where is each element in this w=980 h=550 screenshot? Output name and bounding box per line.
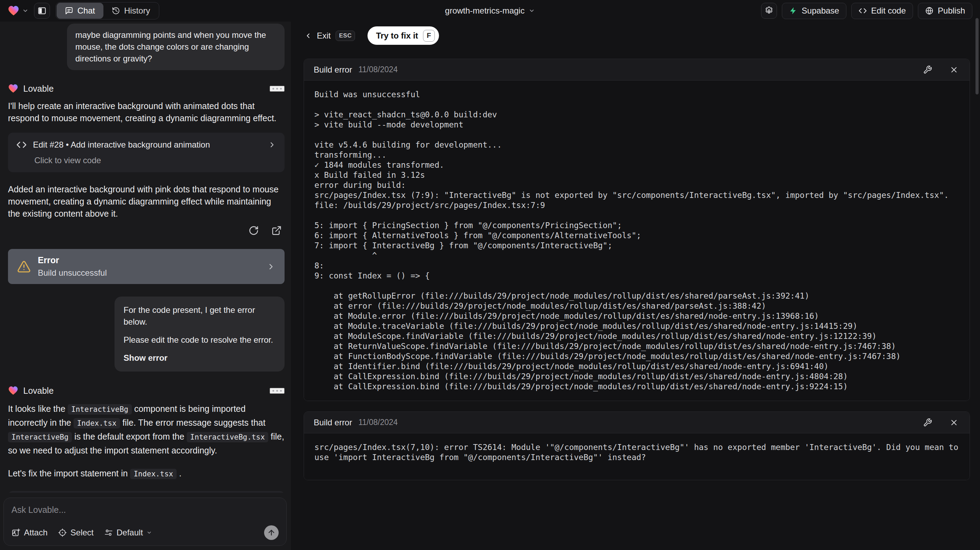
project-title: growth-metrics-magic: [445, 6, 524, 16]
user-message-text: maybe diagramming points and when you mo…: [75, 30, 266, 63]
assistant-header: Lovable: [8, 386, 285, 396]
sliders-icon: [104, 528, 113, 537]
edit-code-label: Edit code: [871, 6, 906, 16]
publish-button[interactable]: Publish: [918, 3, 972, 19]
publish-label: Publish: [938, 6, 965, 16]
text-segment: file. The error message suggests that: [120, 418, 266, 427]
heart-logo-icon: [8, 83, 18, 94]
globe-icon: [925, 6, 934, 15]
target-icon: [58, 528, 67, 537]
text-segment: It looks like the: [8, 404, 68, 413]
show-error-link[interactable]: Show error: [124, 352, 275, 364]
top-bar: Chat History growth-metrics-magic Supaba…: [0, 0, 980, 22]
close-icon: [950, 418, 958, 427]
user-message-text: For the code present, I get the error be…: [124, 304, 275, 328]
panel-title: Build error: [314, 65, 352, 75]
fix-error-button[interactable]: [922, 64, 934, 76]
composer-input[interactable]: [11, 505, 278, 515]
settings-button[interactable]: [761, 3, 777, 19]
exit-label: Exit: [317, 31, 331, 41]
attach-label: Attach: [24, 528, 48, 537]
scrollbar-thumb[interactable]: [975, 18, 978, 94]
assistant-name: Lovable: [23, 84, 54, 94]
heart-logo-icon: [8, 5, 19, 17]
wrench-icon: [923, 418, 932, 427]
heart-logo-icon: [8, 386, 18, 396]
inline-code: InteractiveBg: [8, 432, 72, 442]
text-segment: .: [177, 469, 181, 478]
inline-code: InteractiveBg: [68, 404, 132, 414]
assistant-name: Lovable: [23, 386, 54, 396]
build-error-card[interactable]: Error Build unsuccessful: [8, 249, 285, 284]
chat-history-tab-group: Chat History: [56, 2, 159, 19]
lovable-logo[interactable]: [8, 5, 29, 17]
mode-label: Default: [116, 528, 143, 537]
open-preview-button[interactable]: [270, 224, 283, 237]
history-icon: [112, 6, 120, 15]
try-to-fix-label: Try to fix it: [376, 31, 418, 41]
close-panel-button[interactable]: [948, 64, 960, 76]
inline-code: Index.tsx: [73, 418, 120, 429]
try-to-fix-button[interactable]: Try to fix it F: [368, 26, 439, 45]
select-element-button[interactable]: Select: [58, 528, 94, 537]
f-kbd: F: [423, 30, 435, 41]
edit-card-title: Edit #28 • Add interactive background an…: [33, 140, 210, 150]
chevron-left-icon: [304, 32, 312, 40]
error-log[interactable]: src/pages/Index.tsx(7,10): error TS2614:…: [304, 433, 970, 480]
project-title-menu[interactable]: growth-metrics-magic: [445, 6, 535, 16]
chevron-down-icon: [529, 8, 535, 14]
esc-kbd: ESC: [336, 30, 355, 41]
message-options-button[interactable]: [270, 86, 285, 92]
send-button[interactable]: [264, 525, 278, 540]
rotate-icon: [248, 225, 259, 236]
chevron-down-icon: [146, 530, 152, 536]
exit-button[interactable]: Exit ESC: [304, 30, 355, 41]
edit-card-28[interactable]: Edit #28 • Add interactive background an…: [8, 132, 285, 172]
chat-message-list[interactable]: maybe diagramming points and when you mo…: [0, 22, 291, 493]
user-message: maybe diagramming points and when you mo…: [67, 24, 285, 70]
composer: Attach Select Default: [3, 497, 286, 546]
close-icon: [950, 65, 958, 74]
panel-date: 11/08/2024: [358, 65, 398, 74]
close-panel-button[interactable]: [948, 417, 960, 429]
build-error-panel-2: Build error 11/08/2024 src/pages/Index.t…: [304, 411, 970, 480]
external-link-icon: [271, 225, 282, 236]
select-label: Select: [70, 528, 94, 537]
supabase-button[interactable]: Supabase: [782, 3, 846, 19]
tab-chat[interactable]: Chat: [57, 3, 103, 19]
supabase-label: Supabase: [802, 6, 839, 16]
error-log[interactable]: Build was unsuccessful > vite_react_shad…: [304, 81, 970, 401]
code-icon: [16, 140, 27, 150]
warning-triangle-icon: [17, 260, 31, 274]
arrow-up-icon: [267, 528, 275, 537]
chevron-right-icon: [267, 262, 275, 271]
chevron-right-icon: [268, 140, 276, 149]
error-log-text: src/pages/Index.tsx(7,10): error TS2614:…: [314, 442, 959, 462]
code-icon: [859, 6, 867, 15]
wrench-icon: [923, 65, 932, 74]
user-message: For the code present, I get the error be…: [115, 297, 285, 371]
message-options-button[interactable]: [270, 388, 285, 394]
text-segment: is the default export from the: [72, 432, 187, 441]
chat-bubble-icon: [65, 6, 73, 15]
text-segment: Let's fix the import statement in: [8, 469, 130, 478]
assistant-paragraph: It looks like the InteractiveBg componen…: [8, 402, 285, 457]
gear-icon: [765, 6, 773, 15]
tab-history[interactable]: History: [103, 3, 159, 19]
error-log-text: Build was unsuccessful > vite_react_shad…: [314, 89, 959, 392]
chevron-down-icon: [22, 8, 29, 14]
restore-version-button[interactable]: [247, 224, 260, 237]
fix-error-button[interactable]: [922, 417, 934, 429]
assistant-paragraph: Let's fix the import statement in Index.…: [8, 467, 285, 481]
error-card-title: Error: [38, 255, 107, 265]
mode-select[interactable]: Default: [104, 528, 152, 537]
assistant-paragraph: Added an interactive background with pin…: [8, 183, 285, 220]
attach-button[interactable]: Attach: [11, 528, 48, 537]
sidebar-toggle-button[interactable]: [34, 3, 50, 19]
tab-chat-label: Chat: [77, 6, 95, 16]
edit-card-29[interactable]: Edit #29 • Fix import error for Interact…: [8, 491, 285, 493]
error-overlay: Exit ESC Try to fix it F Build error 11/…: [291, 22, 980, 550]
chat-panel: maybe diagramming points and when you mo…: [0, 22, 291, 550]
assistant-header: Lovable: [8, 83, 285, 94]
edit-code-button[interactable]: Edit code: [851, 3, 913, 19]
